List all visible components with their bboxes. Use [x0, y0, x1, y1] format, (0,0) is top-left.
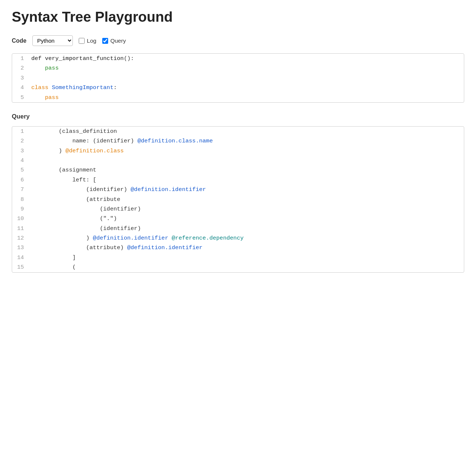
- table-row: 6 left: [: [12, 175, 464, 185]
- table-row: 11 (identifier): [12, 224, 464, 233]
- line-number: 3: [12, 73, 28, 83]
- line-content: def very_important_function():: [28, 54, 137, 63]
- line-content: (assignment: [28, 165, 99, 175]
- table-row: 15 (: [12, 262, 464, 272]
- line-content: pass: [28, 63, 62, 73]
- query-editor[interactable]: 1 (class_definition2 name: (identifier) …: [12, 126, 464, 273]
- table-row: 14 ]: [12, 253, 464, 262]
- line-content: (identifier): [28, 224, 144, 233]
- table-row: 1 (class_definition: [12, 127, 464, 136]
- line-number: 6: [12, 175, 28, 185]
- line-content: pass: [28, 93, 62, 102]
- line-number: 8: [12, 195, 28, 204]
- line-number: 5: [12, 165, 28, 175]
- line-content: (: [28, 262, 79, 272]
- table-row: 1def very_important_function():: [12, 54, 464, 63]
- line-number: 10: [12, 214, 28, 223]
- line-number: 7: [12, 185, 28, 194]
- line-number: 3: [12, 146, 28, 156]
- line-number: 5: [12, 93, 28, 102]
- code-editor[interactable]: 1def very_important_function():2 pass3 4…: [12, 53, 464, 103]
- line-content: (identifier) @definition.identifier: [28, 185, 209, 194]
- table-row: 4class SomethingImportant:: [12, 83, 464, 92]
- log-label[interactable]: Log: [87, 38, 96, 44]
- table-row: 5 (assignment: [12, 165, 464, 175]
- line-number: 1: [12, 127, 28, 136]
- table-row: 3: [12, 73, 464, 83]
- table-row: 9 (identifier): [12, 204, 464, 214]
- code-label: Code: [12, 38, 26, 44]
- line-number: 4: [12, 156, 28, 165]
- language-select[interactable]: Python JavaScript TypeScript Rust Go: [32, 35, 73, 46]
- line-number: 11: [12, 224, 28, 233]
- table-row: 5 pass: [12, 93, 464, 102]
- line-content: (attribute: [28, 195, 123, 204]
- table-row: 13 (attribute) @definition.identifier: [12, 243, 464, 252]
- query-label[interactable]: Query: [110, 38, 126, 44]
- log-checkbox-group: Log: [79, 38, 96, 44]
- line-content: ]: [28, 253, 79, 262]
- line-content: ) @definition.identifier @reference.depe…: [28, 233, 246, 243]
- line-number: 15: [12, 262, 28, 272]
- line-content: ("."): [28, 214, 120, 223]
- line-number: 9: [12, 204, 28, 214]
- table-row: 4: [12, 156, 464, 165]
- page-title: Syntax Tree Playground: [12, 9, 464, 25]
- line-content: (identifier): [28, 204, 144, 214]
- table-row: 7 (identifier) @definition.identifier: [12, 185, 464, 194]
- line-number: 14: [12, 253, 28, 262]
- table-row: 2 name: (identifier) @definition.class.n…: [12, 136, 464, 146]
- line-content: [28, 156, 38, 165]
- line-number: 2: [12, 63, 28, 73]
- table-row: 8 (attribute: [12, 195, 464, 204]
- table-row: 2 pass: [12, 63, 464, 73]
- line-number: 4: [12, 83, 28, 92]
- table-row: 3 ) @definition.class: [12, 146, 464, 156]
- query-checkbox[interactable]: [102, 38, 108, 44]
- table-row: 10 ("."): [12, 214, 464, 223]
- line-number: 13: [12, 243, 28, 252]
- line-content: [28, 73, 38, 83]
- controls-bar: Code Python JavaScript TypeScript Rust G…: [12, 35, 464, 46]
- line-number: 1: [12, 54, 28, 63]
- table-row: 12 ) @definition.identifier @reference.d…: [12, 233, 464, 243]
- log-checkbox[interactable]: [79, 38, 85, 44]
- query-checkbox-group: Query: [102, 38, 126, 44]
- line-content: (class_definition: [28, 127, 120, 136]
- line-content: (attribute) @definition.identifier: [28, 243, 206, 252]
- line-number: 2: [12, 136, 28, 146]
- line-content: class SomethingImportant:: [28, 83, 120, 92]
- line-number: 12: [12, 233, 28, 243]
- query-section-title: Query: [12, 113, 464, 120]
- line-content: left: [: [28, 175, 99, 185]
- line-content: ) @definition.class: [28, 146, 127, 156]
- line-content: name: (identifier) @definition.class.nam…: [28, 136, 216, 146]
